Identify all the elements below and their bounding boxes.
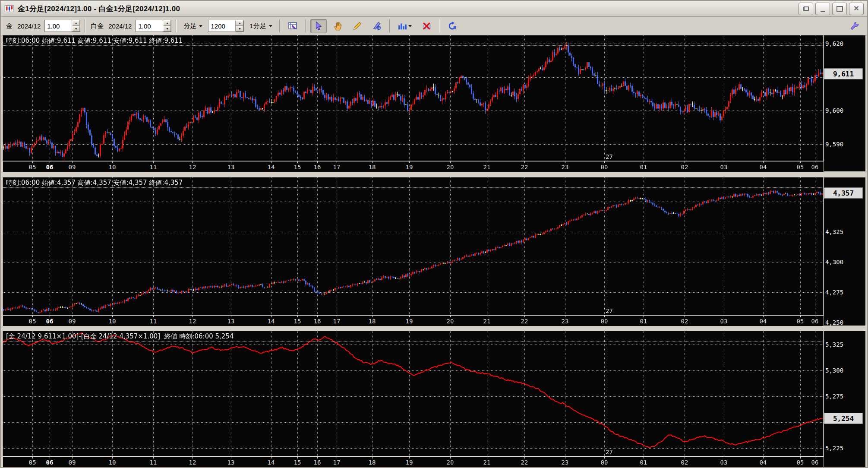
x-axis-label: 09 [69,318,76,325]
x-axis-tick [763,316,764,317]
app-icon [4,5,14,12]
chart-panel-gold: 時刻:06:00 始値:9,611 高値:9,611 安値:9,611 終値:9… [3,35,865,171]
x-axis-label: 19 [406,459,413,466]
settings-wrench-button[interactable] [846,19,863,33]
x-axis-label: 06 [46,459,54,466]
platinum-multiplier-up-button[interactable]: ▲ [163,20,171,26]
x-axis-tick [815,161,815,163]
x-axis-tick [409,161,410,163]
bar-count-input[interactable] [208,20,235,32]
platinum-ohlc-readout: 時刻:06:00 始値:4,357 高値:4,357 安値:4,357 終値:4… [6,179,183,187]
close-button[interactable]: ✕ [849,3,864,15]
x-axis-tick [297,161,298,163]
interval-mode-dropdown[interactable]: 分足 [181,21,205,31]
x-axis-label: 16 [314,318,321,325]
separator [85,19,85,32]
x-axis-label: 20 [447,459,454,466]
x-axis-tick [32,316,33,317]
x-axis-label: 18 [369,459,376,466]
x-axis-label: 03 [720,318,728,325]
gold-plot[interactable]: 時刻:06:00 始値:9,611 高値:9,611 安値:9,611 終値:9… [3,35,823,161]
y-axis-label: 9,590 [825,141,843,148]
interval-dropdown[interactable]: 1分足 [247,21,275,31]
spread-readout: [金 24/12 9,611×1.00]-[白金 24/12 4,357×1.0… [6,332,234,341]
x-axis-tick [644,161,644,163]
chart-panel-platinum: 時刻:06:00 始値:4,357 高値:4,357 安値:4,357 終値:4… [3,177,865,326]
platinum-multiplier-input[interactable] [136,20,163,32]
marker-crosshair-button[interactable] [369,19,385,33]
x-axis-tick [271,161,271,163]
x-axis-tick [317,161,318,163]
platinum-candlestick-canvas[interactable] [3,177,823,315]
gold-multiplier-input[interactable] [45,20,72,32]
y-axis-label: 5,300 [825,367,843,374]
bar-count-down-button[interactable]: ▼ [236,26,243,32]
gold-current-price-box: 9,611 [824,68,863,79]
x-axis-tick [724,316,724,317]
chart-type-button[interactable] [395,19,415,33]
x-axis-tick [337,457,337,459]
bar-count-up-button[interactable]: ▲ [236,20,243,26]
minimize-button[interactable] [815,3,830,15]
x-axis-tick [50,316,50,317]
chart-delete-icon [422,21,431,31]
y-axis-label: 4,250 [825,319,843,326]
platinum-contract-month[interactable]: 2024/12 [107,22,133,30]
x-axis-label: 00 [601,459,608,466]
gold-contract-month[interactable]: 2024/12 [16,22,41,30]
pan-hand-button[interactable] [330,19,346,33]
x-axis-tick [231,316,231,317]
x-axis-label: 02 [681,318,688,325]
interval-mode-label: 分足 [183,22,196,30]
platinum-current-price-box: 4,357 [824,187,863,199]
x-axis-label: 21 [483,318,491,325]
x-axis-tick [450,457,451,459]
x-axis-tick [32,457,33,459]
x-axis-label: 09 [69,459,76,466]
separator [305,19,306,32]
gold-multiplier-up-button[interactable]: ▲ [72,20,80,26]
x-axis-label: 13 [227,164,235,171]
gold-price-axis: 9,611 9,6209,6009,590 [824,35,865,171]
x-axis-tick [450,316,451,317]
gold-candlestick-canvas[interactable] [3,35,823,161]
hand-icon [333,21,343,31]
x-axis-tick [72,457,73,459]
platinum-symbol-label: 白金 [90,22,104,30]
x-axis-tick [450,161,451,163]
spread-time-axis: 0506091011121314151617181920212223000102… [3,456,824,467]
x-axis-label: 01 [640,318,647,325]
maximize-button[interactable] [832,3,847,15]
interval-label: 1分足 [249,22,266,30]
x-axis-tick [763,457,764,459]
draw-pencil-button[interactable] [349,19,366,33]
x-axis-tick [193,316,193,317]
chart-properties-button[interactable] [284,19,301,33]
x-axis-tick [112,161,113,163]
select-cursor-button[interactable] [310,19,327,33]
app-window: 金1分足[2024/12]1.00 - 白金1分足[2024/12]1.00 ✕… [0,0,868,468]
x-axis-label: 23 [562,459,569,466]
x-axis-label: 16 [314,459,321,466]
close-icon: ✕ [853,5,859,12]
x-axis-label: 17 [333,318,341,325]
x-axis-tick [153,316,154,317]
minimize-icon [821,11,825,12]
date-marker: 27 [606,153,613,160]
gold-time-axis: 0506091011121314151617181920212223000102… [3,161,824,172]
gold-multiplier-down-button[interactable]: ▼ [72,26,80,32]
info-separator [3,45,823,46]
x-axis-label: 05 [797,164,804,171]
spread-line-canvas[interactable] [3,331,823,456]
remove-study-button[interactable] [418,19,435,33]
x-axis-label: 14 [268,318,275,325]
platinum-plot[interactable]: 時刻:06:00 始値:4,357 高値:4,357 安値:4,357 終値:4… [3,177,823,315]
charts-area: 時刻:06:00 始値:9,611 高値:9,611 安値:9,611 終値:9… [1,35,867,467]
x-axis-label: 00 [601,164,608,171]
x-axis-label: 06 [46,318,54,325]
spread-plot[interactable]: [金 24/12 9,611×1.00]-[白金 24/12 4,357×1.0… [3,331,823,456]
float-window-button[interactable] [799,3,813,15]
platinum-multiplier-down-button[interactable]: ▼ [163,26,171,32]
reload-icon: R [448,21,457,31]
reload-button[interactable]: R [444,19,461,33]
